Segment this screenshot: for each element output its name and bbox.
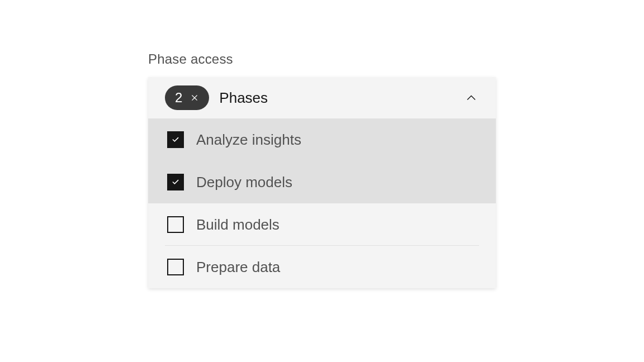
multiselect-title: Phases (219, 89, 462, 107)
field-label: Phase access (148, 51, 496, 67)
option-deploy-models[interactable]: Deploy models (148, 161, 496, 203)
checkmark-icon (171, 177, 181, 187)
multiselect-menu: Analyze insights Deploy models Build mod… (148, 118, 496, 288)
checkbox[interactable] (167, 259, 184, 275)
option-label: Deploy models (196, 174, 292, 191)
phase-multiselect: 2 Phases An (148, 77, 496, 288)
checkbox[interactable] (167, 174, 184, 190)
checkbox[interactable] (167, 131, 184, 148)
chevron-up-icon (465, 91, 478, 104)
checkmark-icon (171, 135, 181, 145)
option-prepare-data[interactable]: Prepare data (148, 246, 496, 288)
close-icon (189, 92, 200, 103)
clear-selection-button[interactable] (188, 91, 201, 104)
collapse-toggle[interactable] (462, 89, 480, 107)
selection-count: 2 (175, 91, 182, 104)
option-build-models[interactable]: Build models (148, 203, 496, 246)
checkbox[interactable] (167, 216, 184, 233)
option-label: Build models (196, 216, 280, 234)
selection-tag: 2 (165, 85, 209, 110)
option-label: Analyze insights (196, 131, 301, 149)
option-analyze-insights[interactable]: Analyze insights (148, 118, 496, 161)
multiselect-header[interactable]: 2 Phases (148, 77, 496, 118)
option-label: Prepare data (196, 259, 280, 276)
